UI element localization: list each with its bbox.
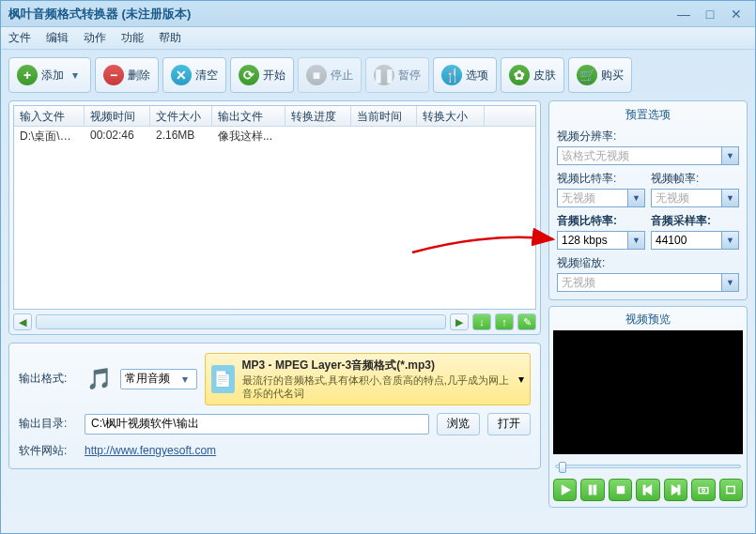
video-bitrate-select[interactable]: 无视频▼ — [557, 189, 645, 207]
buy-button[interactable]: 🛒 购买 — [568, 57, 632, 93]
audio-sample-select[interactable]: 44100▼ — [651, 231, 739, 250]
snapshot-button[interactable] — [691, 479, 715, 501]
tools-icon: 🍴 — [441, 65, 462, 85]
video-bitrate-label: 视频比特率: — [557, 169, 645, 189]
output-panel: 输出格式: 🎵 常用音频 ▾ 📄 MP3 - MPEG Layer-3音频格式(… — [8, 343, 541, 469]
scroll-track[interactable] — [36, 314, 446, 329]
menu-help[interactable]: 帮助 — [159, 30, 181, 46]
chevron-down-icon: ▼ — [721, 190, 738, 206]
scroll-left-icon[interactable]: ◀ — [13, 313, 32, 330]
scroll-right-icon[interactable]: ▶ — [450, 313, 469, 330]
move-down-button[interactable]: ↓ — [472, 313, 491, 330]
stop-button[interactable] — [609, 479, 632, 501]
th-outsize[interactable]: 转换大小 — [417, 106, 485, 126]
format-category-value: 常用音频 — [125, 371, 177, 387]
move-up-button[interactable]: ↑ — [495, 313, 514, 330]
browse-button[interactable]: 浏览 — [437, 413, 480, 435]
website-link[interactable]: http://www.fengyesoft.com — [85, 444, 216, 457]
toolbar: + 添加 ▾ − 删除 ✕ 清空 ⟳ 开始 ■ 停止 ❚❚ 暂停 🍴 选项 ✿ — [1, 50, 755, 100]
preset-title: 预置选项 — [557, 105, 739, 127]
th-now[interactable]: 当前时间 — [351, 106, 417, 126]
menu-function[interactable]: 功能 — [121, 30, 144, 46]
chevron-down-icon: ▾ — [177, 373, 193, 386]
format-description-select[interactable]: 📄 MP3 - MPEG Layer-3音频格式(*.mp3) 最流行的音频格式… — [205, 353, 531, 405]
pause-button[interactable] — [580, 479, 604, 501]
th-size[interactable]: 文件大小 — [150, 106, 212, 126]
th-duration[interactable]: 视频时间 — [85, 106, 150, 126]
th-output[interactable]: 输出文件 — [212, 106, 285, 126]
preset-panel: 预置选项 视频分辨率: 该格式无视频▼ 视频比特率: 无视频▼ 视频帧率: 无视… — [548, 100, 748, 300]
play-button[interactable] — [553, 479, 577, 501]
format-desc: 最流行的音频格式,具有体积小,音质高的特点,几乎成为网上音乐的代名词 — [242, 374, 511, 401]
video-fps-select[interactable]: 无视频▼ — [651, 189, 739, 207]
clear-button[interactable]: ✕ 清空 — [162, 57, 226, 93]
output-dir-input[interactable] — [85, 414, 429, 435]
format-category-select[interactable]: 常用音频 ▾ — [120, 369, 197, 389]
plus-icon: + — [17, 65, 38, 85]
delete-button[interactable]: − 删除 — [95, 57, 159, 93]
buy-label: 购买 — [601, 68, 624, 84]
music-icon: 🎵 — [85, 365, 113, 393]
options-button[interactable]: 🍴 选项 — [433, 57, 497, 93]
chevron-down-icon: ▼ — [721, 147, 738, 164]
file-icon: 📄 — [211, 365, 235, 393]
menu-action[interactable]: 动作 — [84, 30, 106, 46]
skin-button[interactable]: ✿ 皮肤 — [501, 57, 564, 93]
prev-button[interactable] — [636, 479, 659, 501]
stop-button[interactable]: ■ 停止 — [298, 57, 362, 93]
svg-rect-0 — [590, 485, 592, 495]
svg-rect-2 — [617, 486, 624, 493]
refresh-icon: ⟳ — [239, 65, 259, 85]
audio-bitrate-select[interactable]: 128 kbps▼ — [557, 231, 645, 250]
minus-icon: − — [103, 65, 124, 85]
horizontal-scrollbar[interactable]: ◀ ▶ ↓ ↑ ✎ — [13, 313, 536, 330]
video-res-select[interactable]: 该格式无视频▼ — [557, 146, 739, 165]
table-header: 输入文件 视频时间 文件大小 输出文件 转换进度 当前时间 转换大小 — [14, 106, 535, 127]
preview-panel: 视频预览 — [548, 306, 748, 508]
cell-duration: 00:02:46 — [85, 127, 150, 145]
start-button[interactable]: ⟳ 开始 — [230, 57, 294, 93]
video-slider[interactable] — [555, 460, 741, 473]
file-table[interactable]: 输入文件 视频时间 文件大小 输出文件 转换进度 当前时间 转换大小 D:\桌面… — [13, 105, 536, 310]
close-button[interactable]: ✕ — [725, 6, 748, 23]
chevron-down-icon: ▼ — [627, 232, 644, 249]
pause-button[interactable]: ❚❚ 暂停 — [365, 57, 429, 93]
cell-progress — [285, 127, 351, 145]
pause-label: 暂停 — [398, 68, 421, 84]
svg-rect-7 — [727, 486, 734, 493]
x-icon: ✕ — [171, 65, 192, 85]
svg-point-6 — [702, 489, 704, 492]
options-label: 选项 — [466, 68, 488, 84]
svg-rect-1 — [594, 485, 595, 495]
chevron-down-icon[interactable]: ▾ — [68, 69, 83, 82]
start-label: 开始 — [263, 68, 285, 84]
svg-rect-4 — [678, 485, 680, 495]
svg-rect-3 — [643, 485, 645, 495]
preview-title: 视频预览 — [553, 311, 743, 330]
remove-item-button[interactable]: ✎ — [517, 313, 536, 330]
maximize-button[interactable]: □ — [699, 6, 721, 23]
open-dir-button[interactable]: 打开 — [487, 413, 531, 435]
window-title: 枫叶音频格式转换器 (未注册版本) — [8, 6, 669, 23]
apple-icon: ✿ — [509, 65, 530, 85]
th-progress[interactable]: 转换进度 — [285, 106, 351, 126]
format-title: MP3 - MPEG Layer-3音频格式(*.mp3) — [242, 358, 511, 374]
audio-bitrate-label: 音频比特率: — [557, 211, 645, 231]
minimize-button[interactable]: — — [672, 6, 695, 23]
menu-edit[interactable]: 编辑 — [46, 30, 69, 46]
chevron-down-icon: ▼ — [721, 232, 738, 249]
skin-label: 皮肤 — [533, 68, 556, 84]
table-row[interactable]: D:\桌面\说明... 00:02:46 2.16MB 像我这样... — [14, 127, 535, 145]
next-button[interactable] — [664, 479, 687, 501]
video-zoom-label: 视频缩放: — [557, 253, 739, 273]
clear-label: 清空 — [195, 68, 218, 84]
video-preview — [553, 330, 743, 454]
video-res-label: 视频分辨率: — [557, 127, 739, 146]
menu-file[interactable]: 文件 — [8, 30, 31, 46]
add-button[interactable]: + 添加 ▾ — [8, 57, 91, 93]
cell-outsize — [417, 127, 485, 145]
fullscreen-button[interactable] — [719, 479, 743, 501]
video-zoom-select[interactable]: 无视频▼ — [557, 273, 739, 292]
slider-knob[interactable] — [559, 462, 566, 473]
th-input[interactable]: 输入文件 — [14, 106, 85, 126]
